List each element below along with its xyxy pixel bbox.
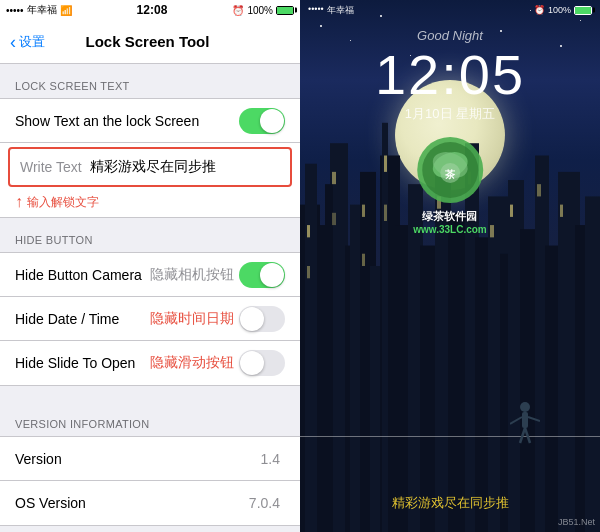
show-text-row[interactable]: Show Text an the lock Screen xyxy=(0,99,300,143)
left-panel: ••••• 年幸福 📶 12:08 ⏰ 100% ‹ 设置 Lock Scree… xyxy=(0,0,300,532)
hide-button-group: Hide Button Camera 隐藏相机按钮 Hide Date / Ti… xyxy=(0,252,300,386)
carrier-name: 年幸福 xyxy=(27,3,57,17)
hide-datetime-row[interactable]: Hide Date / Time 隐藏时间日期 xyxy=(0,297,300,341)
write-text-row[interactable]: Write Text 精彩游戏尽在同步推 xyxy=(8,147,292,187)
hide-camera-row[interactable]: Hide Button Camera 隐藏相机按钮 xyxy=(0,253,300,297)
svg-rect-39 xyxy=(384,156,387,172)
hide-camera-value: 隐藏相机按钮 xyxy=(150,266,234,284)
lock-screen-text-header: LOCK SCREEN TEXT xyxy=(0,64,300,98)
svg-point-47 xyxy=(520,402,530,412)
hide-slide-label: Hide Slide To Open xyxy=(15,355,150,371)
svg-text:茶: 茶 xyxy=(445,169,456,180)
good-night-text: Good Night xyxy=(300,28,600,43)
os-version-value: 7.0.4 xyxy=(249,495,280,511)
write-text-label: Write Text xyxy=(20,159,82,175)
lock-alarm-icon: ⏰ xyxy=(534,5,545,15)
lock-bottom-text: 精彩游戏尽在同步推 xyxy=(300,494,600,512)
watermark-name: 绿茶软件园 xyxy=(413,209,487,224)
os-version-label: OS Version xyxy=(15,495,249,511)
lock-carrier: 年幸福 xyxy=(327,4,354,17)
svg-rect-44 xyxy=(510,205,513,217)
svg-rect-16 xyxy=(382,123,388,532)
hint-text: 输入解锁文字 xyxy=(27,194,99,211)
write-text-container: Write Text 精彩游戏尽在同步推 ↑ 输入解锁文字 xyxy=(0,147,300,217)
character-svg xyxy=(510,399,540,454)
version-row: Version 1.4 xyxy=(0,437,300,481)
svg-rect-37 xyxy=(362,205,365,217)
svg-rect-12 xyxy=(350,205,360,532)
battery-text: 100% xyxy=(247,5,273,16)
svg-line-52 xyxy=(528,417,540,421)
jb51-watermark: JB51.Net xyxy=(558,517,595,527)
hide-datetime-value: 隐藏时间日期 xyxy=(150,310,234,328)
svg-rect-36 xyxy=(332,213,336,225)
wifi-icon: 📶 xyxy=(60,5,72,16)
hide-slide-toggle[interactable] xyxy=(239,350,285,376)
svg-rect-7 xyxy=(305,164,317,532)
lock-battery-pct: 100% xyxy=(548,5,571,15)
toggle-knob xyxy=(260,109,284,133)
svg-rect-45 xyxy=(537,184,541,196)
hide-datetime-label: Hide Date / Time xyxy=(15,311,150,327)
hide-datetime-toggle[interactable] xyxy=(239,306,285,332)
write-text-value: 精彩游戏尽在同步推 xyxy=(90,158,216,176)
svg-rect-38 xyxy=(362,254,365,266)
svg-rect-48 xyxy=(522,412,528,428)
lock-battery-icon xyxy=(574,6,592,15)
lock-screen-text-group: Show Text an the lock Screen Write Text … xyxy=(0,98,300,218)
status-bar-left-items: ••••• 年幸福 📶 xyxy=(6,3,72,17)
show-text-label: Show Text an the lock Screen xyxy=(15,113,239,129)
watermark-url: www.33LC.com xyxy=(413,224,487,235)
hide-camera-label: Hide Button Camera xyxy=(15,267,150,283)
watermark-logo-svg: 茶 xyxy=(415,135,485,205)
lock-status-bar: ••••• 年幸福 ⏰ 100% xyxy=(300,0,600,20)
lock-status-right: ⏰ 100% xyxy=(534,5,592,15)
status-bar-left: ••••• 年幸福 📶 12:08 ⏰ 100% xyxy=(0,0,300,20)
status-bar-right-items: ⏰ 100% xyxy=(232,5,294,16)
nav-title: Lock Screen Tool xyxy=(5,33,290,50)
show-text-toggle[interactable] xyxy=(239,108,285,134)
toggle-knob-4 xyxy=(240,351,264,375)
toggle-knob-3 xyxy=(240,307,264,331)
arrow-icon: ↑ xyxy=(15,193,23,211)
watermark: 茶 绿茶软件园 www.33LC.com xyxy=(413,135,487,235)
version-value: 1.4 xyxy=(261,451,280,467)
svg-rect-46 xyxy=(560,205,563,217)
wire xyxy=(300,436,600,437)
svg-line-49 xyxy=(520,428,525,443)
svg-rect-40 xyxy=(384,205,387,221)
lock-date: 1月10日 星期五 xyxy=(300,105,600,123)
svg-line-50 xyxy=(525,428,530,443)
hide-camera-toggle[interactable] xyxy=(239,262,285,288)
version-label: Version xyxy=(15,451,261,467)
hide-slide-value: 隐藏滑动按钮 xyxy=(150,354,234,372)
nav-bar: ‹ 设置 Lock Screen Tool xyxy=(0,20,300,64)
lock-battery-fill xyxy=(575,7,591,14)
lock-signal: ••••• xyxy=(308,4,324,17)
right-panel: ••••• 年幸福 ⏰ 100% Good Night 12:05 1月10日 … xyxy=(300,0,600,532)
svg-rect-34 xyxy=(307,266,310,278)
svg-rect-33 xyxy=(307,225,310,237)
hide-slide-row[interactable]: Hide Slide To Open 隐藏滑动按钮 xyxy=(0,341,300,385)
version-info-header: VERSION INFORMATION xyxy=(0,402,300,436)
time-display: 12:08 xyxy=(137,3,168,17)
lock-time: 12:05 xyxy=(300,42,600,107)
svg-rect-35 xyxy=(332,172,336,184)
svg-line-51 xyxy=(510,417,522,424)
battery-icon xyxy=(276,6,294,15)
battery-fill xyxy=(277,7,293,14)
arrow-hint: ↑ 输入解锁文字 xyxy=(0,191,300,217)
svg-rect-43 xyxy=(490,225,494,237)
signal-dots: ••••• xyxy=(6,5,24,16)
lock-status-left: ••••• 年幸福 xyxy=(308,4,354,17)
svg-rect-32 xyxy=(585,196,600,532)
hide-button-header: HIDE BUTTON xyxy=(0,218,300,252)
os-version-row: OS Version 7.0.4 xyxy=(0,481,300,525)
toggle-knob-2 xyxy=(260,263,284,287)
svg-rect-10 xyxy=(325,184,333,532)
version-info-group: Version 1.4 OS Version 7.0.4 xyxy=(0,436,300,526)
alarm-icon: ⏰ xyxy=(232,5,244,16)
